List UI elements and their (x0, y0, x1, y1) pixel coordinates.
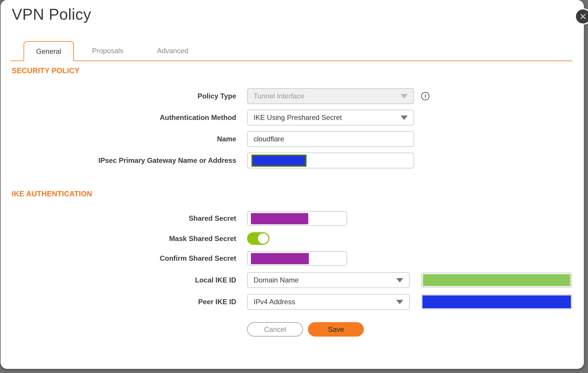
info-icon[interactable]: i (421, 92, 429, 100)
gateway-redacted-value (251, 155, 307, 167)
local-ike-id-value: Domain Name (254, 276, 299, 284)
shared-secret-input[interactable] (247, 211, 347, 226)
cancel-button[interactable]: Cancel (247, 322, 303, 337)
page-title: VPN Policy (12, 5, 91, 23)
local-ike-id-select[interactable]: Domain Name (247, 272, 410, 288)
chevron-down-icon (396, 300, 403, 304)
local-ike-id-value-input[interactable] (421, 272, 572, 288)
tab-advanced-label: Advanced (157, 47, 189, 55)
policy-type-select[interactable]: Tunnel Interface (247, 88, 414, 104)
tab-general[interactable]: General (24, 41, 74, 61)
policy-type-label: Policy Type (0, 88, 236, 104)
peer-ike-id-label: Peer IKE ID (0, 294, 236, 310)
auth-method-value: IKE Using Preshared Secret (254, 113, 342, 122)
peer-ike-id-value: IPv4 Address (254, 298, 295, 306)
confirm-shared-secret-redacted-value (251, 253, 309, 264)
section-security-policy: SECURITY POLICY (12, 66, 79, 75)
tab-underline (11, 61, 572, 61)
auth-method-select[interactable]: IKE Using Preshared Secret (247, 110, 414, 126)
save-button[interactable]: Save (308, 322, 364, 337)
toggle-knob (258, 233, 268, 244)
peer-ike-id-select[interactable]: IPv4 Address (247, 294, 410, 310)
mask-shared-secret-toggle[interactable] (247, 232, 269, 245)
chevron-down-icon (401, 116, 408, 120)
tab-general-label: General (36, 47, 61, 56)
gateway-input[interactable] (247, 153, 414, 168)
tab-advanced[interactable]: Advanced (141, 41, 204, 61)
auth-method-label: Authentication Method (0, 110, 236, 126)
name-input[interactable]: cloudflare (247, 131, 414, 147)
name-value: cloudflare (254, 135, 284, 143)
confirm-shared-secret-input[interactable] (247, 251, 347, 266)
shared-secret-redacted-value (251, 213, 308, 224)
name-label: Name (0, 131, 236, 147)
tab-proposals-label: Proposals (92, 47, 124, 55)
local-ike-id-redacted-value (423, 274, 571, 286)
section-ike-authentication: IKE AUTHENTICATION (12, 190, 92, 198)
chevron-down-icon (396, 278, 403, 282)
close-icon: ✕ (579, 11, 587, 22)
local-ike-id-label: Local IKE ID (0, 272, 236, 288)
tab-proposals[interactable]: Proposals (74, 41, 141, 61)
mask-shared-secret-label: Mask Shared Secret (0, 232, 236, 245)
gateway-label: IPsec Primary Gateway Name or Address (0, 153, 236, 168)
shared-secret-label: Shared Secret (0, 211, 236, 226)
policy-type-value: Tunnel Interface (254, 92, 304, 100)
peer-ike-id-value-input[interactable] (421, 294, 572, 310)
chevron-down-icon (401, 94, 408, 98)
confirm-shared-secret-label: Confirm Shared Secret (0, 251, 236, 266)
peer-ike-id-redacted-value (422, 295, 571, 308)
